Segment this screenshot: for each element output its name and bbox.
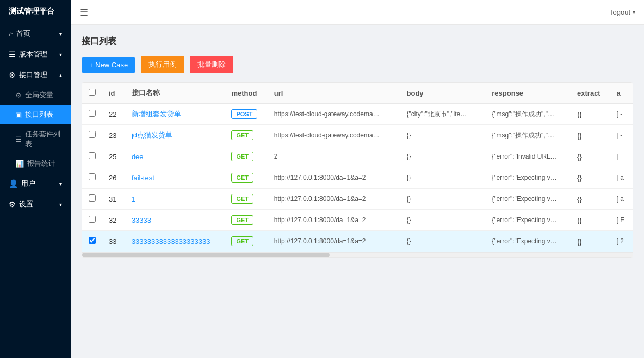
sidebar-settings-label: 设置 — [19, 199, 33, 209]
row-url: http://127.0.0.1:8000/da=1&a=2 — [268, 167, 400, 189]
sidebar-item-report[interactable]: 📊 报告统计 — [0, 154, 71, 173]
sidebar-item-user[interactable]: 👤 用户 ▾ — [0, 173, 71, 194]
api-table: id 接口名称 method url body response extract… — [82, 82, 633, 258]
header-extract: extract — [571, 83, 610, 104]
row-url: https://test-cloud-gateway.codemao.cn/pl… — [268, 125, 400, 146]
sidebar-item-version[interactable]: ☰ 版本管理 ▾ — [0, 44, 71, 65]
sidebar-report-label: 报告统计 — [27, 159, 55, 168]
topbar-left: ☰ — [79, 7, 94, 18]
row-url: https://test-cloud-gateway.codemao.cn/pl… — [268, 104, 400, 125]
header-action: a — [610, 83, 633, 104]
sidebar-user-label: 用户 — [21, 179, 35, 189]
menu-toggle-icon[interactable]: ☰ — [79, 7, 88, 18]
user-icon: 👤 — [9, 179, 18, 188]
row-method: GET — [225, 231, 267, 252]
topbar: ☰ logout ▾ — [71, 0, 644, 25]
row-method: GET — [225, 125, 267, 146]
row-extract: {} — [571, 146, 610, 167]
sidebar-item-home[interactable]: ⌂ 首页 ▾ — [0, 23, 71, 44]
table-header-row: id 接口名称 method url body response extract… — [82, 83, 633, 104]
row-name[interactable]: 新增组套发货单 — [125, 104, 225, 125]
row-response: {"error":"Expecting value: ... — [485, 189, 571, 210]
row-name[interactable]: fail-test — [125, 167, 225, 189]
header-body: body — [400, 83, 486, 104]
row-response: {"error":"Expecting value: ... — [485, 210, 571, 231]
row-action[interactable]: [ F — [610, 210, 633, 231]
row-id: 22 — [102, 104, 125, 125]
row-checkbox-cell — [82, 231, 102, 252]
table-row: 23 jd点猫发货单 GET https://test-cloud-gatewa… — [82, 125, 633, 146]
row-body: {"city":"北京市","items":[{"... — [400, 104, 486, 125]
row-name[interactable]: jd点猫发货单 — [125, 125, 225, 146]
sidebar-item-settings[interactable]: ⚙ 设置 ▾ — [0, 194, 71, 215]
header-url: url — [268, 83, 400, 104]
version-icon: ☰ — [9, 50, 16, 59]
settings-arrow: ▾ — [59, 202, 62, 208]
list-icon: ▣ — [15, 111, 22, 119]
row-action[interactable]: [ 2 — [610, 231, 633, 252]
row-method: GET — [225, 189, 267, 210]
sidebar-item-api-list[interactable]: ▣ 接口列表 — [0, 105, 71, 124]
row-extract: {} — [571, 167, 610, 189]
select-all-checkbox[interactable] — [89, 89, 96, 96]
header-response: response — [485, 83, 571, 104]
version-arrow: ▾ — [59, 52, 62, 58]
sidebar-item-task[interactable]: ☰ 任务套件列表 — [0, 124, 71, 154]
api-arrow: ▴ — [59, 72, 62, 78]
row-body: {} — [400, 167, 486, 189]
row-action[interactable]: [ - — [610, 125, 633, 146]
row-checkbox[interactable] — [89, 131, 96, 138]
row-action[interactable]: [ — [610, 146, 633, 167]
new-case-button[interactable]: + New Case — [82, 57, 135, 73]
row-method: GET — [225, 210, 267, 231]
logout-arrow: ▾ — [633, 9, 635, 15]
table-row: 33 33333333333333333333 GET http://127.0… — [82, 231, 633, 252]
row-name[interactable]: 33333333333333333333 — [125, 231, 225, 252]
table-row: 32 33333 GET http://127.0.0.1:8000/da=1&… — [82, 210, 633, 231]
sidebar-task-label: 任务套件列表 — [25, 129, 62, 149]
sidebar-api-label: 接口管理 — [19, 70, 47, 80]
sidebar-item-api[interactable]: ⚙ 接口管理 ▴ — [0, 65, 71, 85]
logout-button[interactable]: logout ▾ — [611, 8, 635, 16]
header-checkbox-cell — [82, 83, 102, 104]
row-checkbox[interactable] — [89, 173, 96, 180]
row-checkbox[interactable] — [89, 152, 96, 159]
row-response: {"msg":"操作成功","code"... — [485, 125, 571, 146]
row-action[interactable]: [ a — [610, 167, 633, 189]
api-icon: ⚙ — [9, 71, 16, 79]
row-body: {} — [400, 146, 486, 167]
row-response: {"error":"Expecting value: ... — [485, 231, 571, 252]
sidebar-home-label: 首页 — [16, 29, 30, 39]
row-extract: {} — [571, 231, 610, 252]
row-checkbox[interactable] — [89, 110, 96, 117]
row-checkbox[interactable] — [89, 237, 96, 244]
settings-icon: ⚙ — [9, 200, 16, 209]
row-name[interactable]: 33333 — [125, 210, 225, 231]
row-checkbox[interactable] — [89, 194, 96, 202]
home-arrow: ▾ — [59, 31, 62, 37]
batch-delete-button[interactable]: 批量删除 — [190, 56, 233, 73]
row-url: http://127.0.0.1:8000/da=1&a=2 — [268, 189, 400, 210]
task-icon: ☰ — [15, 135, 22, 143]
row-id: 25 — [102, 146, 125, 167]
row-name[interactable]: dee — [125, 146, 225, 167]
row-checkbox[interactable] — [89, 216, 96, 223]
home-icon: ⌂ — [9, 29, 13, 38]
page-title: 接口列表 — [82, 36, 633, 47]
horizontal-scrollbar[interactable] — [82, 252, 633, 257]
sidebar-item-global-var[interactable]: ⚙ 全局变量 — [0, 85, 71, 105]
row-response: {"error":"Invalid URL '2':... — [485, 146, 571, 167]
row-url: 2 — [268, 146, 400, 167]
row-checkbox-cell — [82, 189, 102, 210]
row-name[interactable]: 1 — [125, 189, 225, 210]
header-method: method — [225, 83, 267, 104]
row-method: GET — [225, 146, 267, 167]
scrollbar-thumb — [82, 253, 330, 257]
row-extract: {} — [571, 104, 610, 125]
row-action[interactable]: [ a — [610, 189, 633, 210]
row-url: http://127.0.0.1:8000/da=1&a=2 — [268, 210, 400, 231]
row-action[interactable]: [ - — [610, 104, 633, 125]
gear-icon: ⚙ — [15, 91, 22, 99]
sidebar-global-var-label: 全局变量 — [25, 90, 53, 100]
run-case-button[interactable]: 执行用例 — [141, 56, 184, 73]
